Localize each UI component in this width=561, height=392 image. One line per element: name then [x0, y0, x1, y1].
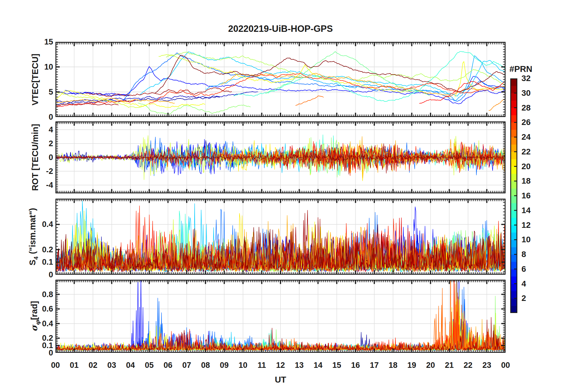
colorbar-cell	[510, 276, 517, 284]
colorbar-cell	[510, 210, 517, 218]
colorbar-cell	[510, 298, 517, 306]
y-tick-label: 0	[31, 113, 53, 122]
x-tick-label: 13	[295, 361, 304, 370]
colorbar-tick-label: 16	[521, 191, 531, 200]
colorbar-cell	[510, 115, 517, 122]
colorbar-cell	[510, 306, 517, 313]
colorbar-cell	[510, 203, 517, 210]
colorbar-tick-label: 2	[521, 294, 526, 303]
colorbar-cell	[510, 181, 517, 188]
y-tick-label: 0.1	[31, 258, 53, 267]
colorbar-tick-label: 30	[521, 88, 531, 98]
colorbar-tick-label: 32	[521, 74, 531, 83]
figure: 20220219-UiB-HOP-GPS VTEC[TECU] ROT [TEC…	[0, 0, 561, 392]
y-tick-label: 0.2	[31, 245, 53, 254]
colorbar-cell	[510, 174, 517, 181]
colorbar-tick-label: 20	[521, 162, 531, 171]
x-tick-label: 17	[370, 361, 379, 370]
vtec-panel	[55, 42, 506, 117]
s4-panel	[55, 199, 506, 275]
rot-panel	[55, 121, 506, 193]
y-tick-label: 10	[31, 62, 53, 72]
colorbar-cell	[510, 101, 517, 108]
colorbar-cell	[510, 130, 517, 137]
x-tick-label: 20	[426, 361, 435, 370]
x-axis-label: UT	[55, 375, 506, 385]
colorbar-cell	[510, 167, 517, 174]
x-tick-label: 08	[201, 361, 210, 370]
sigma-phi-panel	[55, 280, 506, 353]
x-tick-label: 16	[351, 361, 360, 370]
y-tick-label: 5	[31, 88, 53, 97]
y-tick-label: -2	[31, 167, 53, 176]
y-tick-label: -4	[31, 180, 53, 190]
colorbar-title: #PRN	[503, 64, 539, 74]
colorbar-cell	[510, 159, 517, 167]
colorbar-cell	[510, 144, 517, 152]
y-tick-label: 4	[31, 125, 53, 134]
y-tick-label: 15	[31, 37, 53, 47]
colorbar-tick-label: 18	[521, 176, 531, 186]
y-tick-label: 0.6	[31, 304, 53, 314]
y-tick-label: 0	[31, 270, 53, 279]
x-tick-label: 04	[126, 361, 135, 370]
colorbar-tick-label: 26	[521, 118, 531, 127]
colorbar-tick-label: 6	[521, 264, 526, 274]
colorbar-tick-label: 4	[521, 279, 526, 289]
y-tick-label: 0.8	[31, 290, 53, 299]
x-tick-label: 22	[464, 361, 473, 370]
colorbar-cell	[510, 188, 517, 196]
y-tick-label: 0	[31, 153, 53, 162]
colorbar-tick-label: 14	[521, 206, 531, 215]
x-tick-label: 23	[482, 361, 491, 370]
colorbar-cell	[510, 232, 517, 240]
x-tick-label: 01	[70, 361, 79, 370]
colorbar-cell	[510, 152, 517, 159]
colorbar-cell	[510, 291, 517, 298]
x-tick-label: 02	[88, 361, 97, 370]
y-tick-label: 0.4	[31, 220, 53, 229]
x-tick-label: 09	[220, 361, 229, 370]
colorbar-cell	[510, 86, 517, 93]
colorbar-cell	[510, 262, 517, 269]
colorbar-tick-label: 24	[521, 132, 531, 142]
y-axis-label-s4: S4 ("ism.mat")	[28, 208, 39, 266]
x-tick-label: 07	[182, 361, 191, 370]
y-tick-label: 0.2	[31, 334, 53, 343]
y-tick-label: 0.4	[31, 319, 53, 328]
colorbar-cell	[510, 240, 517, 247]
x-tick-label: 03	[107, 361, 116, 370]
x-tick-label: 15	[332, 361, 341, 370]
x-tick-label: 12	[276, 361, 285, 370]
colorbar-cell	[510, 284, 517, 291]
colorbar-tick-label: 28	[521, 103, 531, 113]
x-tick-label: 10	[239, 361, 247, 370]
colorbar	[510, 78, 517, 313]
colorbar-tick-label: 8	[521, 250, 526, 259]
colorbar-cell	[510, 225, 517, 233]
colorbar-cell	[510, 122, 517, 130]
colorbar-cell	[510, 78, 517, 86]
colorbar-cell	[510, 196, 517, 203]
y-axis-label-vtec: VTEC[TECU]	[30, 54, 40, 106]
colorbar-tick-label: 22	[521, 147, 531, 157]
colorbar-tick-label: 10	[521, 235, 531, 244]
colorbar-cell	[510, 108, 517, 115]
y-axis-label-vtec-text: VTEC[TECU]	[30, 54, 40, 106]
colorbar-cell	[510, 93, 517, 101]
colorbar-cell	[510, 247, 517, 254]
colorbar-cell	[510, 269, 517, 276]
x-tick-label: 05	[145, 361, 154, 370]
colorbar-cell	[510, 218, 517, 225]
x-tick-label: 14	[314, 361, 322, 370]
y-tick-label: 2	[31, 139, 53, 148]
plot-title: 20220219-UiB-HOP-GPS	[55, 24, 506, 34]
x-tick-label: 06	[163, 361, 172, 370]
colorbar-tick-label: 12	[521, 220, 531, 230]
x-tick-label: 18	[388, 361, 397, 370]
x-tick-label: 00	[501, 361, 510, 370]
colorbar-cell	[510, 137, 517, 144]
colorbar-cell	[510, 254, 517, 262]
x-tick-label: 21	[445, 361, 454, 370]
x-tick-label: 00	[51, 361, 60, 370]
